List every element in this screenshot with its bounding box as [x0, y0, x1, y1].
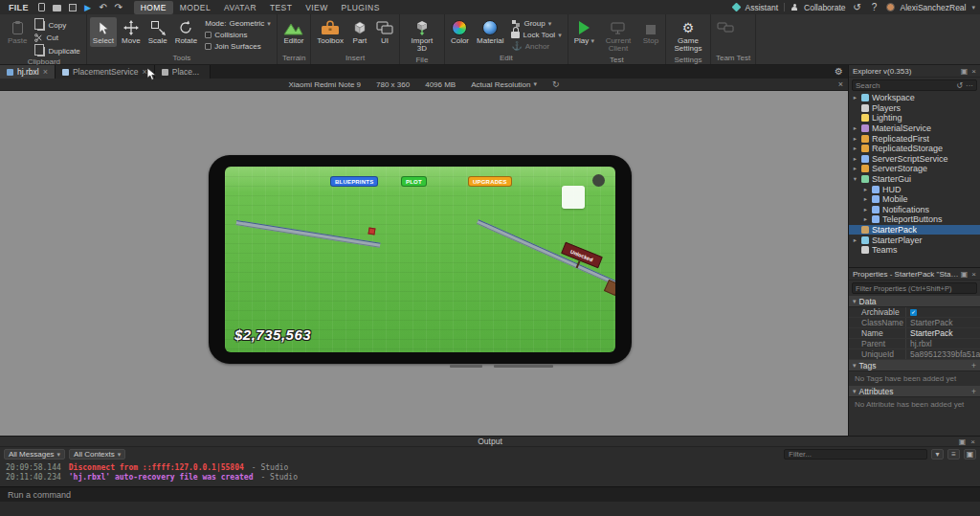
ribbon-tab[interactable]: PLUGINS [335, 1, 387, 14]
new-file-icon[interactable] [36, 2, 48, 13]
open-folder-icon[interactable] [52, 2, 63, 13]
ribbon-tab[interactable]: AVATAR [217, 1, 263, 14]
game-button[interactable]: BLUEPRINTS [330, 176, 378, 187]
property-value[interactable]: ✓ StarterPack [906, 318, 980, 327]
explorer-search-input[interactable]: Search ↺ ··· [852, 79, 977, 91]
resolution-mode-dropdown[interactable]: Actual Resolution ▾ [471, 80, 537, 89]
undo-icon[interactable]: ↶ [98, 2, 109, 13]
assistant-button[interactable]: Assistant [746, 3, 779, 12]
expand-arrow-icon[interactable]: ▸ [862, 215, 869, 223]
scroll-handle[interactable] [450, 365, 482, 368]
tree-item[interactable]: ▸ ReplicatedStorage [849, 144, 980, 154]
section-header-data[interactable]: ▾ Data [849, 296, 980, 307]
section-header-tags[interactable]: ▾ Tags + [849, 360, 980, 371]
viewport-gear-icon[interactable]: ⚙ [835, 66, 843, 77]
tree-item[interactable]: ▸ Notifications [849, 205, 980, 215]
game-menu-button[interactable] [592, 174, 605, 187]
popout-icon[interactable]: ▣ [961, 270, 969, 279]
tree-item[interactable]: ▾ StarterGui [849, 174, 980, 185]
viewport[interactable]: Xiaomi Redmi Note 9 780 x 360 4096 MB Ac… [0, 79, 848, 436]
tree-item[interactable]: ▸ TeleportButtons [849, 214, 980, 225]
device-name[interactable]: Xiaomi Redmi Note 9 [288, 80, 361, 89]
lock-tool-button[interactable]: Lock Tool ▾ [508, 30, 564, 40]
expand-arrow-icon[interactable]: ▸ [862, 186, 869, 193]
checkbox-checked-icon[interactable]: ✓ [910, 309, 917, 316]
tree-item[interactable]: ▸ MaterialService [849, 123, 980, 134]
select-tool-button[interactable]: Select [90, 17, 117, 47]
current-client-button[interactable]: Current Client [599, 17, 637, 56]
ribbon-tab[interactable]: MODEL [173, 1, 217, 14]
material-button[interactable]: Material [474, 17, 506, 47]
tree-item[interactable]: ▸ Workspace [849, 93, 980, 103]
redo-icon[interactable]: ↷ [113, 2, 124, 13]
color-button[interactable]: Color [448, 17, 472, 47]
scroll-handle[interactable] [494, 365, 553, 368]
collaborate-button[interactable]: Collaborate [804, 3, 845, 12]
toolbox-button[interactable]: Toolbox [314, 17, 346, 47]
tree-item[interactable]: Players [849, 103, 980, 114]
output-filter-input[interactable]: Filter... [784, 449, 927, 460]
tree-item[interactable]: ▸ ServerScriptService [849, 154, 980, 165]
quick-play-icon[interactable]: ▶ [82, 2, 94, 13]
expand-arrow-icon[interactable]: ▸ [862, 195, 869, 203]
output-log[interactable]: 20:09:58.144Disconnect from ::ffff:127.0… [0, 461, 980, 483]
ribbon-tab[interactable]: HOME [134, 1, 173, 14]
messages-filter-dropdown[interactable]: All Messages ▾ [4, 449, 65, 460]
username[interactable]: AlexiSanchezReal [901, 3, 967, 12]
expand-arrow-icon[interactable]: ▸ [852, 145, 858, 152]
filter-dropdown-icon[interactable]: ▾ [931, 449, 944, 460]
terrain-editor-button[interactable]: Editor [280, 17, 307, 47]
expand-arrow-icon[interactable]: ▸ [852, 124, 858, 132]
close-icon[interactable]: × [838, 79, 843, 89]
properties-filter-input[interactable]: Filter Properties (Ctrl+Shift+P) [852, 282, 977, 294]
word-wrap-icon[interactable]: ≡ [947, 449, 960, 460]
expand-arrow-icon[interactable]: ▸ [852, 236, 858, 244]
refresh-icon[interactable]: ↻ [552, 79, 560, 89]
document-tab[interactable]: Place... [155, 65, 211, 79]
popout-icon[interactable]: ▣ [959, 437, 967, 446]
join-surfaces-checkbox[interactable]: Join Surfaces [202, 41, 274, 52]
file-menu-button[interactable]: FILE [5, 2, 33, 13]
tree-item[interactable]: Lighting [849, 113, 980, 123]
game-button[interactable]: PLOT [401, 176, 427, 187]
help-icon[interactable]: ? [869, 2, 880, 13]
command-bar-input[interactable]: Run a command [0, 486, 980, 502]
popout-icon[interactable]: ▣ [961, 67, 969, 76]
save-icon[interactable] [67, 2, 78, 13]
duplicate-button[interactable]: Duplicate [32, 44, 82, 57]
collisions-checkbox[interactable]: Collisions [202, 30, 274, 40]
section-header-attributes[interactable]: ▾ Attributes + [849, 386, 980, 397]
game-settings-button[interactable]: ⚙ Game Settings [669, 17, 707, 56]
cut-button[interactable]: Cut [32, 33, 82, 43]
move-tool-button[interactable]: Move [119, 17, 144, 47]
tree-item[interactable]: ▸ Mobile [849, 194, 980, 205]
tree-item[interactable]: ▸ ServerStorage [849, 164, 980, 174]
expand-arrow-icon[interactable]: ▸ [852, 94, 858, 101]
copy-button[interactable]: Copy [32, 18, 82, 32]
property-value[interactable]: ✓ 5a89512339bfa51ae08... [906, 349, 980, 359]
tree-item[interactable]: ▸ StarterPlayer [849, 235, 980, 245]
paste-button[interactable]: Paste [5, 17, 30, 47]
properties-header[interactable]: Properties - StarterPack "StarterPack" ▣… [849, 268, 980, 280]
scale-tool-button[interactable]: Scale [145, 17, 170, 47]
tree-item[interactable]: Teams [849, 245, 980, 256]
document-tab[interactable]: PlacementService × [56, 65, 155, 79]
tree-item[interactable]: StarterPack [849, 225, 980, 236]
ribbon-tab[interactable]: VIEW [299, 1, 334, 14]
expand-arrow-icon[interactable]: ▸ [852, 165, 858, 172]
popout-log-icon[interactable]: ▣ [964, 449, 976, 460]
explorer-header[interactable]: Explorer v(0.353) ▣ × [849, 65, 980, 78]
play-button[interactable]: Play ▾ [571, 17, 597, 47]
close-icon[interactable]: × [970, 437, 975, 446]
game-button[interactable]: UPGRADES [468, 176, 512, 187]
add-attribute-icon[interactable]: + [971, 387, 976, 396]
tree-item[interactable]: ▸ HUD [849, 184, 980, 194]
game-screen[interactable]: BLUEPRINTS PLOT UPGRADES Unlocked $2,735… [225, 167, 615, 352]
output-header[interactable]: Output ▣ × [0, 437, 980, 447]
close-icon[interactable]: × [43, 67, 48, 77]
expand-arrow-icon[interactable]: ▸ [852, 155, 858, 163]
ribbon-tab[interactable]: TEST [263, 1, 299, 14]
stop-button[interactable]: Stop [639, 17, 662, 47]
expand-arrow-icon[interactable]: ▸ [852, 135, 858, 143]
history-icon[interactable]: ↺ [852, 2, 863, 13]
